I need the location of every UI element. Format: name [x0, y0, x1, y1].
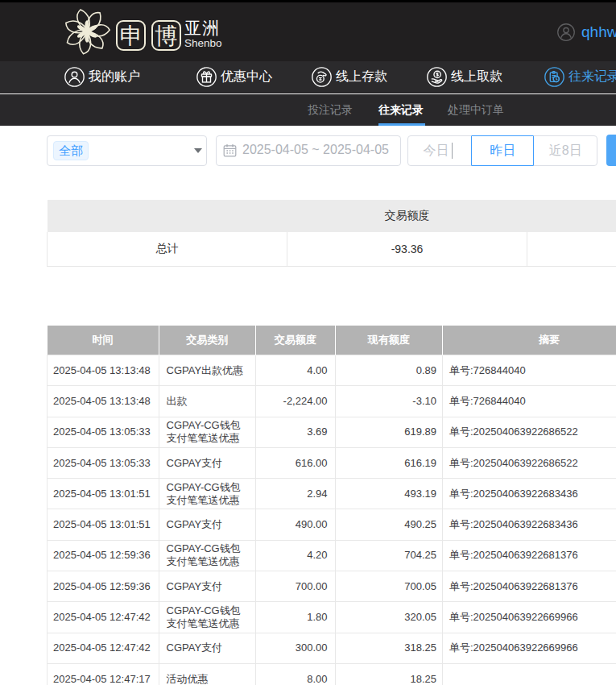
table-row: 2025-04-05 12:47:17 活动优惠 8.00 18.25	[48, 663, 616, 685]
summary-empty-cell	[527, 232, 616, 266]
table-row: 2025-04-05 13:01:51 CGPAY-CG钱包支付笔笔送优惠 2.…	[48, 479, 616, 509]
tab-betting-records[interactable]: 投注记录	[308, 94, 353, 126]
range-button-yesterday[interactable]: 昨日	[471, 135, 534, 166]
brand-name-en: Shenbo	[184, 37, 222, 49]
nav-item-my-account[interactable]: 我的账户	[64, 61, 140, 93]
cell-memo: 单号:202504063922683436	[443, 509, 616, 540]
nav-item-records[interactable]: 往来记录	[544, 61, 616, 93]
promotions-icon	[196, 67, 217, 87]
col-header-type: 交易类别	[159, 326, 256, 355]
transactions-tbody: 2025-04-05 13:13:48 CGPAY出款优惠 4.00 0.89 …	[48, 355, 616, 685]
selected-type-tag[interactable]: 全部	[53, 141, 89, 160]
tab-transaction-records[interactable]: 往来记录	[378, 94, 424, 126]
cell-time: 2025-04-05 12:47:17	[48, 663, 159, 685]
transactions-header-row: 时间 交易类别 交易额度 现有额度 摘要	[48, 326, 616, 355]
quick-range-group: 今日 昨日 近8日	[407, 135, 597, 166]
table-row: 2025-04-05 12:47:42 CGPAY支付 300.00 318.2…	[48, 633, 616, 663]
text-cursor	[452, 143, 453, 159]
calendar-icon	[223, 143, 237, 157]
caret-down-icon	[194, 148, 202, 153]
table-row: 2025-04-05 13:05:33 CGPAY-CG钱包支付笔笔送优惠 3.…	[48, 417, 616, 447]
cell-time: 2025-04-05 12:47:42	[48, 602, 159, 633]
cell-memo: 单号:202504063922686522	[443, 417, 616, 447]
transactions-table: 时间 交易类别 交易额度 现有额度 摘要 2025-04-05 13:13:48…	[47, 326, 616, 685]
cell-type: CGPAY-CG钱包支付笔笔送优惠	[159, 540, 256, 571]
cell-time: 2025-04-05 12:59:36	[48, 540, 159, 571]
summary-total-label: 总计	[48, 232, 287, 266]
nav-item-deposit[interactable]: 线上存款	[312, 61, 387, 93]
col-header-balance: 现有额度	[335, 326, 443, 355]
table-row: 2025-04-05 12:59:36 CGPAY支付 700.00 700.0…	[48, 571, 616, 602]
cell-type: CGPAY支付	[159, 509, 256, 540]
summary-total-row: 总计 -93.36	[48, 232, 616, 266]
cell-type: CGPAY支付	[159, 447, 256, 478]
cell-balance: 490.25	[335, 509, 443, 540]
cell-time: 2025-04-05 13:13:48	[48, 386, 159, 417]
tab-processing-orders[interactable]: 处理中订单	[448, 94, 504, 126]
range-button-today[interactable]: 今日	[408, 136, 471, 165]
summary-header-amount: 交易额度	[287, 200, 527, 232]
table-row: 2025-04-05 13:13:48 出款 -2,224.00 -3.10 单…	[48, 386, 616, 417]
cell-memo: 单号:202504063922681376	[443, 540, 616, 571]
cell-balance: 0.89	[335, 355, 443, 386]
cell-type: 出款	[159, 386, 256, 417]
cell-amount: 1.80	[256, 602, 336, 633]
cell-type: CGPAY支付	[159, 571, 256, 602]
nav-item-label: 优惠中心	[221, 68, 272, 85]
cell-amount: 300.00	[256, 633, 336, 663]
cell-balance: -3.10	[335, 386, 443, 417]
cell-memo	[443, 663, 616, 685]
range-button-last8days[interactable]: 近8日	[534, 136, 597, 165]
cell-type: 活动优惠	[159, 663, 256, 685]
summary-total-value: -93.36	[287, 232, 527, 266]
user-avatar-icon[interactable]	[557, 23, 575, 41]
table-row: 2025-04-05 13:13:48 CGPAY出款优惠 4.00 0.89 …	[48, 355, 616, 386]
brand-name-cn: 亚洲	[184, 19, 220, 37]
table-row: 2025-04-05 12:59:36 CGPAY-CG钱包支付笔笔送优惠 4.…	[48, 540, 616, 571]
cell-amount: 4.00	[256, 355, 336, 386]
summary-header-empty	[48, 200, 287, 232]
nav-item-withdraw[interactable]: 线上取款	[427, 61, 502, 93]
cell-time: 2025-04-05 13:05:33	[48, 447, 159, 478]
cell-memo: 单号:202504063922683436	[443, 479, 616, 509]
cell-balance: 700.05	[335, 571, 443, 602]
cell-type: CGPAY出款优惠	[159, 355, 256, 386]
cell-balance: 619.89	[335, 417, 443, 447]
cell-time: 2025-04-05 13:05:33	[48, 417, 159, 447]
nav-item-label: 我的账户	[89, 68, 140, 85]
brand-flower-icon[interactable]	[63, 7, 111, 56]
username-link[interactable]: qhhw	[581, 2, 616, 61]
nav-item-label: 往来记录	[568, 68, 616, 85]
cell-time: 2025-04-05 12:59:36	[48, 571, 159, 602]
records-icon	[544, 67, 564, 87]
table-row: 2025-04-05 12:47:42 CGPAY-CG钱包支付笔笔送优惠 1.…	[48, 602, 616, 633]
cell-balance: 18.25	[335, 663, 443, 685]
page: 申 博 亚洲 Shenbo qhhw 我的账户	[0, 0, 616, 685]
cell-balance: 320.05	[335, 602, 443, 633]
cell-amount: 616.00	[256, 447, 336, 478]
cell-amount: 4.20	[256, 540, 336, 571]
cell-balance: 616.19	[335, 447, 443, 478]
col-header-memo: 摘要	[443, 326, 616, 355]
cell-memo: 单号:202504063922681376	[443, 571, 616, 602]
cell-amount: 8.00	[256, 663, 336, 685]
brand-logo-char2[interactable]: 博	[151, 20, 181, 51]
cell-balance: 318.25	[335, 633, 443, 663]
search-button[interactable]	[606, 135, 616, 166]
deposit-icon	[312, 67, 332, 87]
withdraw-icon	[427, 67, 447, 87]
cell-amount: 700.00	[256, 571, 336, 602]
brand-logo-char1[interactable]: 申	[116, 20, 146, 51]
nav-item-promotions[interactable]: 优惠中心	[196, 61, 272, 93]
cell-time: 2025-04-05 13:01:51	[48, 479, 159, 509]
summary-header-row: 交易额度	[48, 200, 616, 232]
cell-memo: 单号:202504063922669966	[443, 602, 616, 633]
cell-time: 2025-04-05 13:01:51	[48, 509, 159, 540]
cell-amount: -2,224.00	[256, 386, 336, 417]
cell-amount: 2.94	[256, 479, 336, 509]
col-header-time: 时间	[48, 326, 159, 355]
cell-amount: 3.69	[256, 417, 336, 447]
cell-time: 2025-04-05 12:47:42	[48, 633, 159, 663]
cell-memo: 单号:726844040	[443, 355, 616, 386]
summary-header-empty2	[527, 200, 616, 232]
